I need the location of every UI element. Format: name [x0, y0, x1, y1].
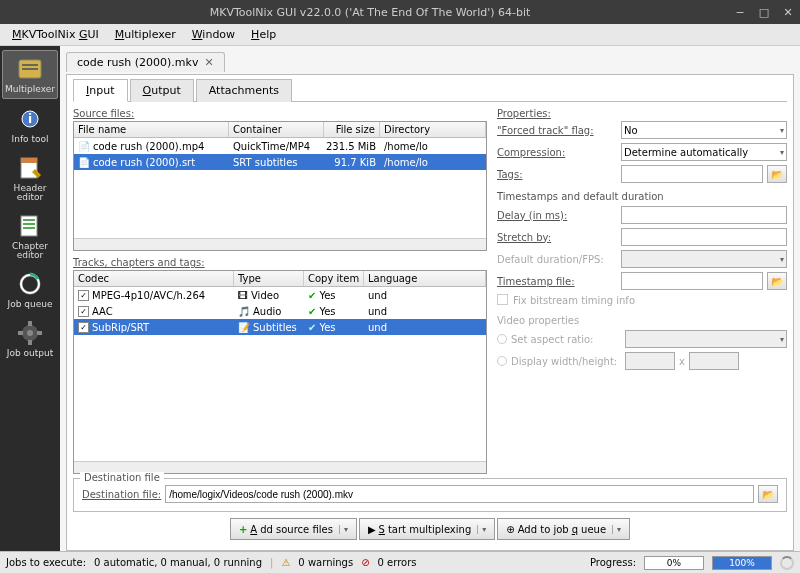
defaultdur-select: ▾ [621, 250, 787, 268]
spinner-icon [780, 556, 794, 570]
folder-icon: 📂 [771, 276, 783, 287]
track-row[interactable]: ✓SubRip/SRT 📝Subtitles ✔Yes und [74, 319, 486, 335]
sidebar-item-joboutput[interactable]: Job output [2, 315, 58, 362]
sidebar-item-info[interactable]: i Info tool [2, 101, 58, 148]
th-lang[interactable]: Language [364, 271, 486, 286]
track-checkbox[interactable]: ✓ [78, 322, 89, 333]
svg-rect-6 [21, 158, 37, 163]
progress-current: 0% [644, 556, 704, 570]
play-icon: ▶ [368, 524, 376, 535]
th-codec[interactable]: Codec [74, 271, 234, 286]
file-icon: 📄 [78, 157, 90, 168]
sidebar-item-jobqueue[interactable]: Job queue [2, 266, 58, 313]
tracks-label: Tracks, chapters and tags: [73, 257, 487, 268]
jobs-execute-value: 0 automatic, 0 manual, 0 running [94, 557, 262, 568]
start-multiplex-button[interactable]: ▶Start multiplexing▾ [359, 518, 495, 540]
browse-timestampfile-button[interactable]: 📂 [767, 272, 787, 290]
close-button[interactable]: ✕ [782, 6, 794, 18]
file-tab[interactable]: code rush (2000).mkv ✕ [66, 52, 225, 72]
tags-input[interactable] [621, 165, 763, 183]
tab-attachments[interactable]: Attachments [196, 79, 292, 102]
warnings-text[interactable]: 0 warnings [298, 557, 353, 568]
display-label: Display width/height: [511, 356, 621, 367]
tracks-table[interactable]: Codec Type Copy item Language ✓MPEG-4p10… [73, 270, 487, 474]
th-container[interactable]: Container [229, 122, 324, 137]
audio-icon: 🎵 [238, 306, 250, 317]
chevron-down-icon[interactable]: ▾ [612, 525, 621, 534]
svg-rect-10 [23, 227, 35, 229]
jobs-execute-label: Jobs to execute: [6, 557, 86, 568]
menu-help[interactable]: Help [243, 26, 284, 43]
tags-label: Tags: [497, 169, 617, 180]
dest-input[interactable] [165, 485, 754, 503]
menu-mkvtoolnix[interactable]: MKVToolNix GUI [4, 26, 107, 43]
th-type[interactable]: Type [234, 271, 304, 286]
track-row[interactable]: ✓MPEG-4p10/AVC/h.264 🎞Video ✔Yes und [74, 287, 486, 303]
sidebar-item-multiplexer[interactable]: Multiplexer [2, 50, 58, 99]
browse-tags-button[interactable]: 📂 [767, 165, 787, 183]
chevron-down-icon: ▾ [780, 126, 784, 135]
source-files-label: Source files: [73, 108, 487, 119]
jobqueue-icon [16, 270, 44, 298]
source-row[interactable]: 📄code rush (2000).srt SRT subtitles 91.7… [74, 154, 486, 170]
sidebar-item-header[interactable]: Header editor [2, 150, 58, 206]
folder-icon: 📂 [762, 489, 774, 500]
forced-select[interactable]: No▾ [621, 121, 787, 139]
menu-multiplexer[interactable]: Multiplexer [107, 26, 184, 43]
maximize-button[interactable]: □ [758, 6, 770, 18]
sidebar-item-chapter[interactable]: Chapter editor [2, 208, 58, 264]
svg-rect-17 [18, 331, 23, 335]
track-checkbox[interactable]: ✓ [78, 290, 89, 301]
check-icon: ✔ [308, 306, 316, 317]
chevron-down-icon: ▾ [780, 148, 784, 157]
th-copy[interactable]: Copy item [304, 271, 364, 286]
subtitle-icon: 📝 [238, 322, 250, 333]
tab-input[interactable]: Input [73, 79, 128, 102]
svg-point-14 [27, 330, 33, 336]
file-icon: 📄 [78, 141, 90, 152]
chevron-down-icon[interactable]: ▾ [477, 525, 486, 534]
timestampfile-input[interactable] [621, 272, 763, 290]
multiplexer-icon [16, 55, 44, 83]
joboutput-icon [16, 319, 44, 347]
stretch-input[interactable] [621, 228, 787, 246]
chevron-down-icon[interactable]: ▾ [339, 525, 348, 534]
minimize-button[interactable]: ─ [734, 6, 746, 18]
sidebar-label: Job queue [8, 300, 53, 309]
browse-dest-button[interactable]: 📂 [758, 485, 778, 503]
aspect-label: Set aspect ratio: [511, 334, 621, 345]
track-checkbox[interactable]: ✓ [78, 306, 89, 317]
dest-label: Destination file: [82, 489, 161, 500]
source-row[interactable]: 📄code rush (2000).mp4 QuickTime/MP4 231.… [74, 138, 486, 154]
errors-text[interactable]: 0 errors [378, 557, 417, 568]
th-directory[interactable]: Directory [380, 122, 486, 137]
titlebar: MKVToolNix GUI v22.0.0 ('At The End Of T… [0, 0, 800, 24]
track-row[interactable]: ✓AAC 🎵Audio ✔Yes und [74, 303, 486, 319]
sidebar-label: Info tool [12, 135, 49, 144]
check-icon: ✔ [308, 322, 316, 333]
th-filesize[interactable]: File size [324, 122, 380, 137]
file-tab-label: code rush (2000).mkv [77, 56, 198, 69]
menu-window[interactable]: Window [184, 26, 243, 43]
close-tab-icon[interactable]: ✕ [204, 56, 213, 69]
progress-total: 100% [712, 556, 772, 570]
svg-rect-8 [23, 219, 35, 221]
svg-rect-1 [22, 64, 38, 66]
fixbitstream-checkbox [497, 294, 508, 305]
aspect-radio [497, 334, 507, 344]
display-width-input [625, 352, 675, 370]
add-source-button[interactable]: +Add source files▾ [230, 518, 357, 540]
properties-label: Properties: [497, 108, 787, 119]
tab-output[interactable]: Output [130, 79, 194, 102]
queue-icon: ⊕ [506, 524, 514, 535]
timestamps-heading: Timestamps and default duration [497, 191, 787, 202]
info-icon: i [16, 105, 44, 133]
source-files-table[interactable]: File name Container File size Directory … [73, 121, 487, 251]
dest-legend: Destination file [80, 472, 164, 483]
sidebar-label: Chapter editor [4, 242, 56, 260]
add-jobqueue-button[interactable]: ⊕Add to job queue▾ [497, 518, 630, 540]
delay-input[interactable] [621, 206, 787, 224]
compression-select[interactable]: Determine automatically▾ [621, 143, 787, 161]
th-filename[interactable]: File name [74, 122, 229, 137]
hscrollbar[interactable] [74, 238, 486, 250]
